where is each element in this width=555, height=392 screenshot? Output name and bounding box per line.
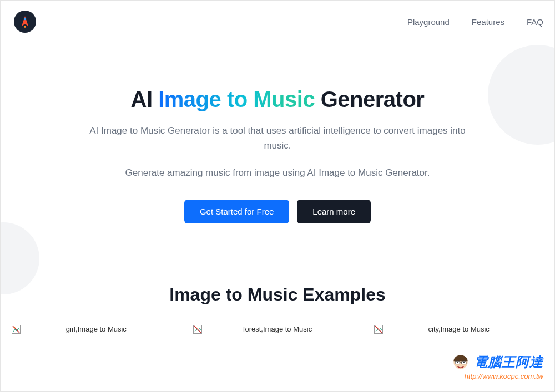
watermark-url: http://www.kocpc.com.tw — [451, 372, 543, 380]
nav-features[interactable]: Features — [472, 17, 504, 27]
header: Playground Features FAQ — [1, 1, 554, 43]
example-alt-text: girl,Image to Music — [66, 325, 127, 333]
svg-line-3 — [13, 326, 19, 333]
broken-image-icon — [12, 325, 21, 334]
broken-image-icon — [193, 325, 202, 334]
examples-section: Image to Music Examples girl,Image to Mu… — [1, 223, 554, 362]
svg-line-9 — [375, 326, 382, 333]
example-alt-text: city,Image to Music — [428, 325, 490, 333]
hero-title-gradient: Image to Music — [158, 87, 315, 111]
svg-point-15 — [463, 362, 465, 363]
svg-point-14 — [457, 362, 458, 363]
hero-title: AI Image to Music Generator — [45, 87, 510, 112]
examples-title: Image to Music Examples — [6, 284, 549, 305]
example-card-forest[interactable]: forest,Image to Music — [191, 323, 365, 362]
hero-subtitle-2: Generate amazing music from image using … — [45, 167, 510, 179]
hero-subtitle-1: AI Image to Music Generator is a tool th… — [78, 123, 477, 153]
hero-title-pre: AI — [131, 87, 159, 111]
learn-more-button[interactable]: Learn more — [297, 200, 371, 223]
watermark: 電腦王阿達 http://www.kocpc.com.tw — [451, 352, 543, 380]
hero-title-post: Generator — [315, 87, 424, 111]
hero-section: AI Image to Music Generator AI Image to … — [1, 43, 554, 223]
watermark-text: 電腦王阿達 — [474, 353, 543, 371]
nav-faq[interactable]: FAQ — [527, 17, 543, 27]
broken-image-icon — [374, 325, 383, 334]
svg-point-0 — [24, 18, 26, 20]
example-card-girl[interactable]: girl,Image to Music — [9, 323, 183, 362]
get-started-button[interactable]: Get Started for Free — [184, 200, 289, 223]
nav-playground[interactable]: Playground — [407, 17, 450, 27]
cta-row: Get Started for Free Learn more — [45, 200, 510, 223]
watermark-face-icon — [451, 352, 471, 372]
logo-icon[interactable] — [14, 11, 36, 33]
example-alt-text: forest,Image to Music — [243, 325, 312, 333]
main-nav: Playground Features FAQ — [407, 17, 543, 27]
svg-line-6 — [194, 326, 201, 333]
